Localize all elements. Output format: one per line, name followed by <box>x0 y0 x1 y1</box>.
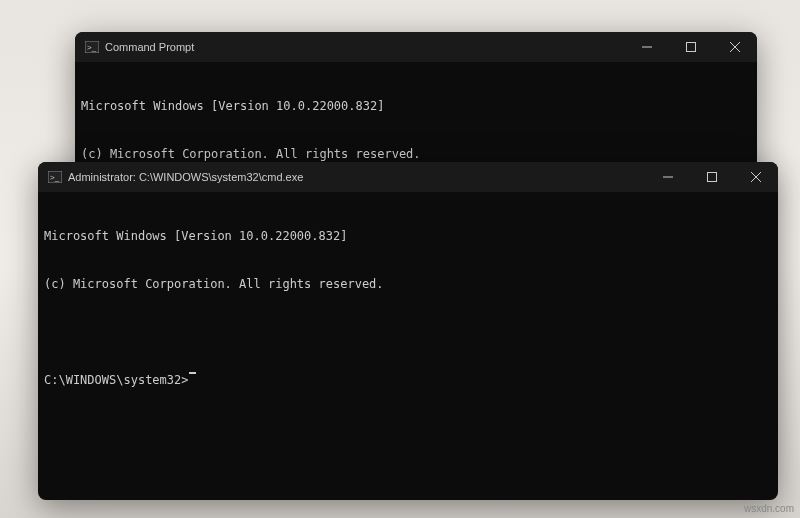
titlebar[interactable]: >_ Command Prompt <box>75 32 757 62</box>
minimize-button[interactable] <box>646 162 690 192</box>
maximize-button[interactable] <box>669 32 713 62</box>
maximize-button[interactable] <box>690 162 734 192</box>
cmd-icon: >_ <box>48 171 62 183</box>
window-controls <box>646 162 778 192</box>
window-controls <box>625 32 757 62</box>
prompt-line: C:\WINDOWS\system32> <box>44 372 772 388</box>
cmd-icon: >_ <box>85 41 99 53</box>
blank-line <box>44 324 772 340</box>
copyright-line: (c) Microsoft Corporation. All rights re… <box>81 146 751 162</box>
close-button[interactable] <box>713 32 757 62</box>
version-line: Microsoft Windows [Version 10.0.22000.83… <box>44 228 772 244</box>
copyright-line: (c) Microsoft Corporation. All rights re… <box>44 276 772 292</box>
cursor <box>189 372 196 374</box>
svg-rect-9 <box>708 173 717 182</box>
admin-cmd-window: >_ Administrator: C:\WINDOWS\system32\cm… <box>38 162 778 500</box>
window-title: Command Prompt <box>105 41 194 53</box>
minimize-button[interactable] <box>625 32 669 62</box>
watermark: wsxdn.com <box>744 503 794 514</box>
titlebar[interactable]: >_ Administrator: C:\WINDOWS\system32\cm… <box>38 162 778 192</box>
svg-text:>_: >_ <box>50 173 60 182</box>
svg-text:>_: >_ <box>87 43 97 52</box>
version-line: Microsoft Windows [Version 10.0.22000.83… <box>81 98 751 114</box>
close-button[interactable] <box>734 162 778 192</box>
window-title: Administrator: C:\WINDOWS\system32\cmd.e… <box>68 171 303 183</box>
svg-rect-3 <box>687 43 696 52</box>
prompt: C:\WINDOWS\system32> <box>44 372 189 388</box>
terminal-output[interactable]: Microsoft Windows [Version 10.0.22000.83… <box>38 192 778 424</box>
